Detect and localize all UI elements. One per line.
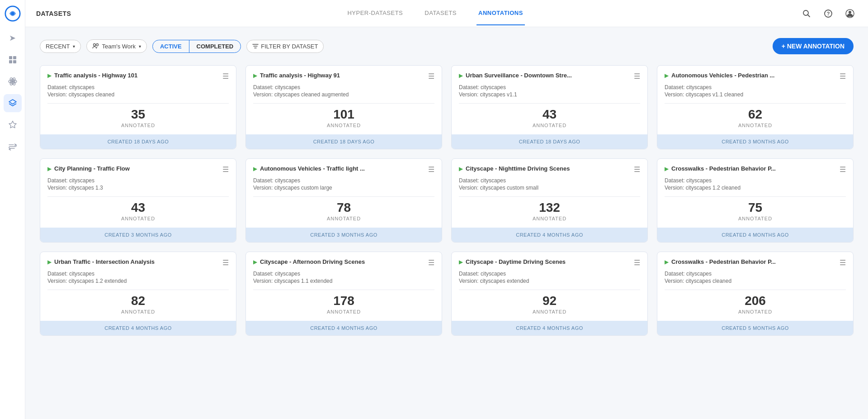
card-menu-icon[interactable]: ☰ <box>428 258 434 267</box>
card-count: 62 <box>665 107 846 122</box>
card-menu-icon[interactable]: ☰ <box>634 72 640 81</box>
card-version: Version: cityscapes v1.1 cleaned <box>665 91 846 98</box>
sidebar-item-star[interactable] <box>4 116 22 134</box>
annotation-card[interactable]: ▶ Traffic analysis - Highway 101 ☰ Datas… <box>40 65 236 149</box>
sidebar-item-layers[interactable] <box>4 94 22 112</box>
card-dataset: Dataset: cityscapes <box>665 271 846 277</box>
card-count: 132 <box>459 200 640 215</box>
card-menu-icon[interactable]: ☰ <box>634 165 640 174</box>
card-header: ▶ Traffic analysis - Highway 91 ☰ <box>253 72 434 81</box>
card-title-wrap: ▶ Urban Traffic - Intersection Analysis <box>47 258 155 266</box>
card-version: Version: cityscapes 1.2 cleaned <box>665 185 846 191</box>
tab-datasets[interactable]: DATASETS <box>423 1 458 25</box>
active-tab[interactable]: ACTIVE <box>153 40 189 52</box>
sidebar-item-arrow[interactable]: ➤ <box>4 29 22 47</box>
card-footer: CREATED 3 MONTHS AGO <box>246 228 442 242</box>
card-divider <box>459 103 640 104</box>
play-icon: ▶ <box>459 166 463 172</box>
card-menu-icon[interactable]: ☰ <box>428 72 434 81</box>
card-title-wrap: ▶ Urban Surveillance - Downtown Stre... <box>459 72 572 80</box>
card-body: ▶ Cityscape - Daytime Driving Scenes ☰ D… <box>452 252 647 321</box>
annotation-card[interactable]: ▶ Cityscape - Daytime Driving Scenes ☰ D… <box>451 252 648 336</box>
card-menu-icon[interactable]: ☰ <box>634 258 640 267</box>
card-title-wrap: ▶ Autonomous Vehicles - Traffic light ..… <box>253 165 365 173</box>
svg-rect-2 <box>9 56 12 59</box>
card-title-wrap: ▶ City Planning - Traffic Flow <box>47 165 130 173</box>
annotation-card[interactable]: ▶ Crosswalks - Pedestrian Behavior P... … <box>657 158 854 243</box>
card-count: 92 <box>459 294 640 308</box>
annotation-card[interactable]: ▶ Cityscape - Nighttime Driving Scenes ☰… <box>451 158 648 243</box>
recent-label: RECENT <box>46 43 70 50</box>
completed-tab[interactable]: COMPLETED <box>189 40 241 52</box>
card-title-wrap: ▶ Cityscape - Nighttime Driving Scenes <box>459 165 570 173</box>
annotation-card[interactable]: ▶ Traffic analysis - Highway 91 ☰ Datase… <box>245 65 442 149</box>
card-header: ▶ Urban Surveillance - Downtown Stre... … <box>459 72 640 81</box>
filter-by-dataset[interactable]: FILTER BY DATASET <box>246 40 324 53</box>
card-title: Autonomous Vehicles - Traffic light ... <box>260 165 365 173</box>
card-count: 43 <box>47 200 229 215</box>
play-icon: ▶ <box>459 72 463 79</box>
help-icon[interactable]: ? <box>821 6 835 21</box>
card-title: Traffic analysis - Highway 101 <box>54 72 137 80</box>
card-menu-icon[interactable]: ☰ <box>840 258 846 267</box>
card-body: ▶ Traffic analysis - Highway 91 ☰ Datase… <box>246 66 442 134</box>
card-divider <box>47 290 229 290</box>
card-body: ▶ Traffic analysis - Highway 101 ☰ Datas… <box>40 66 236 134</box>
card-count: 75 <box>665 200 846 215</box>
new-annotation-button[interactable]: + NEW ANNOTATION <box>773 38 854 54</box>
card-divider <box>665 103 846 104</box>
card-title: Crosswalks - Pedestrian Behavior P... <box>671 165 776 173</box>
card-divider <box>665 290 846 290</box>
annotation-card[interactable]: ▶ Urban Traffic - Intersection Analysis … <box>40 252 236 336</box>
card-divider <box>665 196 846 197</box>
card-dataset: Dataset: cityscapes <box>459 177 640 184</box>
annotation-card[interactable]: ▶ Autonomous Vehicles - Traffic light ..… <box>245 158 442 243</box>
card-menu-icon[interactable]: ☰ <box>840 72 846 81</box>
annotation-card[interactable]: ▶ Urban Surveillance - Downtown Stre... … <box>451 65 648 149</box>
sidebar-item-flow[interactable] <box>4 138 22 156</box>
sidebar-item-atom[interactable] <box>4 72 22 90</box>
annotation-card[interactable]: ▶ City Planning - Traffic Flow ☰ Dataset… <box>40 158 236 243</box>
card-menu-icon[interactable]: ☰ <box>222 258 229 267</box>
sidebar-item-grid[interactable] <box>4 51 22 69</box>
recent-dropdown[interactable]: RECENT ▾ <box>40 40 81 53</box>
card-version: Version: cityscapes v1.1 <box>459 91 640 98</box>
annotation-card[interactable]: ▶ Autonomous Vehicles - Pedestrian ... ☰… <box>657 65 854 149</box>
card-menu-icon[interactable]: ☰ <box>222 165 229 174</box>
card-title-wrap: ▶ Autonomous Vehicles - Pedestrian ... <box>665 72 774 80</box>
search-icon[interactable] <box>799 6 814 21</box>
card-title-wrap: ▶ Crosswalks - Pedestrian Behavior P... <box>665 165 776 173</box>
card-dataset: Dataset: cityscapes <box>459 271 640 277</box>
card-divider <box>47 196 229 197</box>
card-body: ▶ Cityscape - Afternoon Driving Scenes ☰… <box>246 252 442 321</box>
card-header: ▶ Cityscape - Afternoon Driving Scenes ☰ <box>253 258 434 267</box>
card-stat-label: ANNOTATED <box>47 309 229 314</box>
card-stat: 75 ANNOTATED <box>665 200 846 228</box>
card-divider <box>47 103 229 104</box>
tab-hyper-datasets[interactable]: HYPER-DATASETS <box>345 1 405 25</box>
card-title: Cityscape - Afternoon Driving Scenes <box>260 258 365 266</box>
svg-point-17 <box>96 44 99 46</box>
team-dropdown[interactable]: Team's Work ▾ <box>86 39 146 53</box>
card-menu-icon[interactable]: ☰ <box>222 72 229 81</box>
main-content: DATASETS HYPER-DATASETS DATASETS ANNOTAT… <box>25 0 868 419</box>
card-stat: 206 ANNOTATED <box>665 294 846 321</box>
card-stat-label: ANNOTATED <box>253 216 434 221</box>
tab-annotations[interactable]: ANNOTATIONS <box>476 1 525 25</box>
sidebar: ➤ <box>0 0 25 419</box>
topnav: DATASETS HYPER-DATASETS DATASETS ANNOTAT… <box>25 0 868 27</box>
card-version: Version: cityscapes 1.3 <box>47 185 229 191</box>
card-footer: CREATED 18 DAYS AGO <box>452 134 647 149</box>
svg-line-11 <box>808 14 810 17</box>
user-avatar[interactable] <box>843 6 857 21</box>
app-logo[interactable] <box>5 5 21 22</box>
card-stat: 35 ANNOTATED <box>47 107 229 134</box>
card-version: Version: cityscapes custom small <box>459 185 640 191</box>
annotation-card[interactable]: ▶ Cityscape - Afternoon Driving Scenes ☰… <box>245 252 442 336</box>
card-header: ▶ Urban Traffic - Intersection Analysis … <box>47 258 229 267</box>
card-menu-icon[interactable]: ☰ <box>428 165 434 174</box>
card-menu-icon[interactable]: ☰ <box>840 165 846 174</box>
card-title-wrap: ▶ Traffic analysis - Highway 91 <box>253 72 340 80</box>
annotation-card[interactable]: ▶ Crosswalks - Pedestrian Behavior P... … <box>657 252 854 336</box>
card-count: 178 <box>253 294 434 308</box>
